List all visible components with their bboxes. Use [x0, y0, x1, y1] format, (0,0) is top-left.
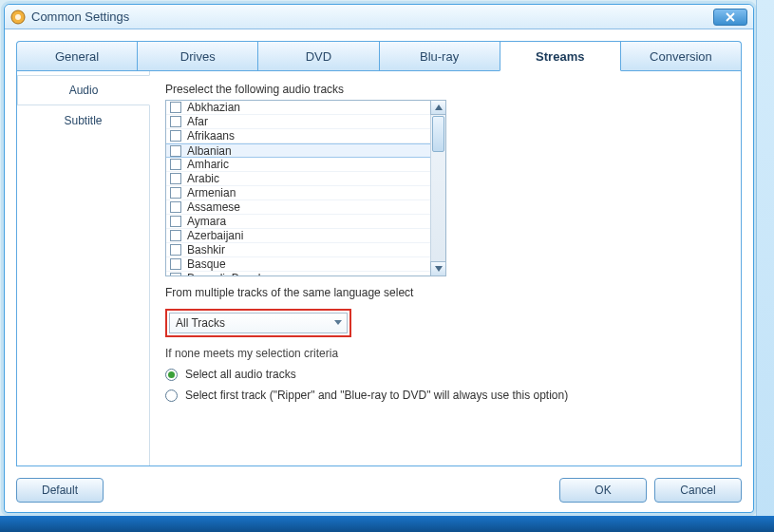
language-row[interactable]: Aymara	[166, 215, 430, 229]
tab-general[interactable]: General	[16, 41, 138, 71]
desktop-right-strip	[756, 0, 774, 532]
button-label: Default	[42, 484, 78, 497]
language-label: Azerbaijani	[187, 229, 243, 242]
sidebar-item-label: Subtitle	[64, 114, 102, 127]
dialog-footer: Default OK Cancel	[5, 472, 753, 512]
tab-label: Drives	[180, 49, 216, 64]
radio-row-select-first[interactable]: Select first track ("Ripper" and "Blue-r…	[165, 389, 726, 402]
audio-pane: Preselect the following audio tracks Abk…	[150, 71, 741, 466]
taskbar-strip	[0, 516, 774, 532]
tab-label: Conversion	[650, 49, 712, 64]
radio-label: Select first track ("Ripper" and "Blue-r…	[185, 389, 568, 402]
language-label: Afrikaans	[187, 129, 235, 142]
language-label: Assamese	[187, 200, 240, 214]
tab-conversion[interactable]: Conversion	[620, 41, 742, 71]
language-row[interactable]: Bashkir	[166, 243, 430, 257]
scrollbar[interactable]	[430, 101, 445, 276]
checkbox[interactable]	[170, 230, 181, 241]
checkbox[interactable]	[170, 173, 181, 184]
streams-sidebar: Audio Subtitle	[17, 71, 150, 466]
tab-label: Blu-ray	[420, 49, 459, 64]
multi-track-label: From multiple tracks of the same languag…	[165, 286, 726, 299]
radio-label: Select all audio tracks	[185, 368, 296, 381]
same-language-dropdown[interactable]: All Tracks	[169, 313, 348, 333]
preselect-label: Preselect the following audio tracks	[165, 83, 726, 96]
sidebar-item-label: Audio	[69, 84, 99, 97]
chevron-down-icon	[334, 320, 342, 325]
language-label: Bashkir	[187, 243, 225, 256]
language-label: Bengali; Bangla	[187, 272, 267, 276]
language-label: Albanian	[187, 144, 232, 158]
tab-panel: Audio Subtitle Preselect the following a…	[16, 70, 742, 466]
chevron-up-icon	[435, 104, 443, 110]
tab-streams[interactable]: Streams	[500, 41, 621, 71]
radio-select-first[interactable]	[165, 390, 178, 402]
window-title: Common Settings	[31, 10, 129, 24]
radio-row-select-all[interactable]: Select all audio tracks	[165, 368, 726, 381]
app-icon	[10, 10, 26, 25]
tab-label: DVD	[306, 49, 331, 64]
language-label: Abkhazian	[187, 101, 240, 114]
language-row[interactable]: Armenian	[166, 186, 430, 200]
scroll-down-button[interactable]	[430, 261, 446, 276]
tab-label: General	[55, 49, 99, 64]
language-list-inner: AbkhazianAfarAfrikaansAlbanianAmharicAra…	[166, 101, 430, 276]
svg-point-1	[15, 14, 21, 20]
language-row[interactable]: Arabic	[166, 172, 430, 186]
button-label: OK	[595, 484, 611, 497]
language-label: Arabic	[187, 172, 219, 185]
cancel-button[interactable]: Cancel	[654, 478, 742, 503]
tab-strip: General Drives DVD Blu-ray Streams Conve…	[16, 41, 742, 71]
close-button[interactable]	[713, 9, 747, 26]
language-row[interactable]: Amharic	[166, 158, 430, 172]
language-row[interactable]: Albanian	[166, 143, 430, 158]
scroll-up-button[interactable]	[430, 100, 446, 115]
checkbox[interactable]	[170, 187, 181, 199]
checkbox[interactable]	[170, 216, 181, 227]
dropdown-value: All Tracks	[176, 316, 225, 330]
language-label: Afar	[187, 115, 208, 128]
language-row[interactable]: Basque	[166, 257, 430, 272]
language-row[interactable]: Assamese	[166, 200, 430, 215]
highlighted-dropdown-frame: All Tracks	[165, 309, 351, 337]
tab-dvd[interactable]: DVD	[257, 41, 379, 71]
none-meets-label: If none meets my selection criteria	[165, 347, 726, 360]
checkbox[interactable]	[170, 159, 181, 170]
chevron-down-icon	[435, 266, 443, 272]
language-label: Aymara	[187, 215, 226, 228]
radio-select-all[interactable]	[165, 369, 178, 381]
settings-window: Common Settings General Drives DVD Blu-r…	[4, 4, 754, 513]
language-label: Basque	[187, 257, 226, 271]
language-label: Armenian	[187, 186, 236, 200]
language-row[interactable]: Afrikaans	[166, 129, 430, 143]
checkbox[interactable]	[170, 145, 181, 157]
checkbox[interactable]	[170, 258, 181, 270]
checkbox[interactable]	[170, 102, 181, 113]
checkbox[interactable]	[170, 130, 181, 142]
tab-bluray[interactable]: Blu-ray	[379, 41, 500, 71]
language-listbox[interactable]: AbkhazianAfarAfrikaansAlbanianAmharicAra…	[165, 100, 446, 276]
titlebar: Common Settings	[5, 5, 753, 29]
tab-label: Streams	[536, 49, 584, 64]
checkbox[interactable]	[170, 273, 181, 276]
language-row[interactable]: Afar	[166, 115, 430, 129]
language-row[interactable]: Azerbaijani	[166, 229, 430, 243]
checkbox[interactable]	[170, 116, 181, 127]
default-button[interactable]: Default	[16, 478, 104, 503]
checkbox[interactable]	[170, 201, 181, 213]
checkbox[interactable]	[170, 244, 181, 256]
scroll-thumb[interactable]	[432, 116, 444, 152]
content-area: General Drives DVD Blu-ray Streams Conve…	[5, 29, 753, 472]
language-row[interactable]: Bengali; Bangla	[166, 272, 430, 276]
close-icon	[726, 12, 735, 22]
ok-button[interactable]: OK	[559, 478, 647, 503]
language-label: Amharic	[187, 158, 229, 171]
tab-drives[interactable]: Drives	[137, 41, 258, 71]
sidebar-item-subtitle[interactable]: Subtitle	[17, 105, 149, 136]
language-row[interactable]: Abkhazian	[166, 101, 430, 115]
sidebar-item-audio[interactable]: Audio	[17, 75, 150, 105]
button-label: Cancel	[680, 484, 715, 497]
